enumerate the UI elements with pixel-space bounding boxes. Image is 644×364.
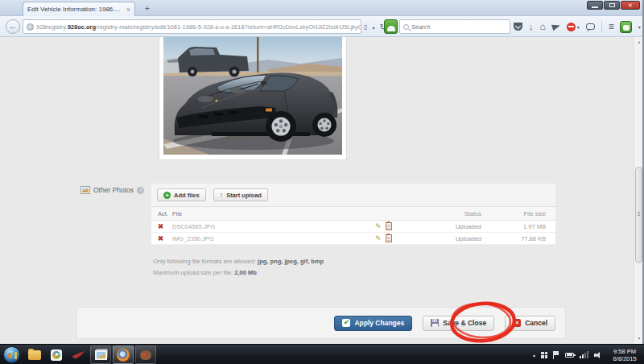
pocket-icon[interactable] <box>514 23 522 31</box>
copy-icon[interactable] <box>386 234 392 242</box>
url-bar-icons: ▯ ▾ ↻ <box>364 21 386 34</box>
toolbar-separator <box>601 21 602 32</box>
system-tray: ▴ 9:58 PM 6/8/2015 <box>533 345 642 364</box>
taskbar-media-player-button[interactable] <box>46 345 67 364</box>
formats-note: Only following file formats are allowed:… <box>153 258 324 265</box>
url-bar[interactable]: 928registry.928oc.org/registry-main/regi… <box>23 19 361 34</box>
desktop-screen: Edit Vehicle Information: 1986.... × + ✕… <box>0 0 644 364</box>
edit-icon[interactable]: ✎ <box>375 222 382 230</box>
file-size: 77.88 KB <box>481 235 546 242</box>
file-name: DSC04565.JPG <box>172 223 375 230</box>
help-icon[interactable]: ? <box>137 187 144 194</box>
delete-file-icon[interactable]: ✖ <box>158 234 163 242</box>
back-button[interactable]: ← <box>6 19 20 34</box>
header-status: Status <box>452 210 481 217</box>
start-upload-label: Start upload <box>226 192 262 199</box>
addon-caret-icon[interactable]: ▾ <box>638 24 641 30</box>
vehicle-photo <box>163 37 342 155</box>
paint-icon <box>140 350 151 360</box>
photo-viewer-icon <box>95 350 107 360</box>
close-button[interactable]: ✕ <box>621 1 640 10</box>
search-icon <box>403 24 409 30</box>
add-files-button[interactable]: + Add files <box>157 188 206 201</box>
media-player-icon <box>51 350 62 361</box>
file-status: Uploaded <box>452 235 481 242</box>
taskbar: ▴ 9:58 PM 6/8/2015 <box>0 344 644 364</box>
taskbar-photo-viewer-button[interactable] <box>90 345 111 364</box>
downloads-icon[interactable]: ↓ <box>529 20 534 33</box>
site-globe-icon <box>27 23 34 31</box>
scrollbar-thumb[interactable] <box>635 167 642 263</box>
edit-icon[interactable]: ✎ <box>375 234 382 242</box>
tray-network-icon[interactable] <box>580 351 588 358</box>
clock-date: 6/8/2015 <box>608 355 642 362</box>
copy-icon[interactable] <box>386 222 392 230</box>
minimize-icon <box>592 6 598 8</box>
main-photo-frame <box>159 37 347 160</box>
uploader-footer <box>151 245 555 256</box>
adblock-stop-icon <box>567 23 576 31</box>
menu-icon[interactable]: ≡ <box>609 21 613 32</box>
chat-icon[interactable] <box>586 23 595 30</box>
tray-windows-icon[interactable] <box>541 352 547 358</box>
new-tab-button[interactable]: + <box>140 4 155 14</box>
max-size-value: 2,00 Mb <box>234 269 257 276</box>
file-row: ✖ IMG_2350.JPG ✎ Uploaded 77.88 KB <box>151 233 555 245</box>
header-file: File <box>172 210 375 217</box>
save-close-label: Save & Close <box>443 319 486 327</box>
cancel-label: Cancel <box>525 319 547 327</box>
browser-tab-strip: Edit Vehicle Information: 1986.... × + ✕ <box>0 0 644 16</box>
taskbar-explorer-button[interactable] <box>24 345 45 364</box>
toolbar-icons: ↓ ⌂ ▾ ≡ ▾ <box>514 20 641 33</box>
max-size-note: Maximum upload size per file: 2,00 Mb <box>153 269 257 276</box>
add-files-label: Add files <box>174 192 200 199</box>
rog-icon <box>72 351 85 359</box>
file-table-header: Act. File Status File size <box>151 206 555 221</box>
tray-battery-icon[interactable] <box>565 353 574 358</box>
tab-title: Edit Vehicle Information: 1986.... <box>27 6 123 13</box>
firefox-icon <box>117 349 130 362</box>
folder-icon <box>28 350 41 360</box>
reader-mode-icon[interactable]: ▯ <box>364 21 367 34</box>
save-close-button[interactable]: Save & Close <box>423 316 494 331</box>
cancel-x-icon: × <box>513 319 521 327</box>
file-size: 1.97 MB <box>481 223 546 230</box>
upload-arrow-icon: ↑ <box>220 192 224 199</box>
browser-tab[interactable]: Edit Vehicle Information: 1986.... × <box>23 2 135 16</box>
start-button[interactable] <box>3 346 20 363</box>
addon-menu-icon[interactable] <box>620 21 632 33</box>
photos-icon <box>80 186 90 194</box>
adblock-icon[interactable]: ▾ <box>567 23 580 31</box>
apply-changes-button[interactable]: ✔ Apply Changes <box>334 316 412 331</box>
taskbar-rog-button[interactable] <box>68 345 89 364</box>
bookmark-dropdown-icon[interactable]: ▾ <box>372 25 374 31</box>
window-controls: ✕ <box>587 1 640 10</box>
search-box[interactable] <box>399 19 510 34</box>
url-text: 928registry.928oc.org/registry-main/regi… <box>36 23 361 31</box>
start-upload-button[interactable]: ↑ Start upload <box>213 188 268 201</box>
tab-close-icon[interactable]: × <box>126 6 130 13</box>
header-size: File size <box>481 210 546 217</box>
home-icon[interactable]: ⌂ <box>540 20 546 33</box>
add-icon: + <box>163 192 171 199</box>
share-icon[interactable] <box>551 23 561 31</box>
uploader-toolbar: + Add files ↑ Start upload <box>151 184 555 206</box>
formats-list: jpg, png, jpeg, gif, bmp <box>258 258 324 265</box>
apply-changes-label: Apply Changes <box>354 319 404 327</box>
addon-icon[interactable] <box>384 19 398 34</box>
tray-clock[interactable]: 9:58 PM 6/8/2015 <box>608 348 642 362</box>
cancel-button[interactable]: × Cancel <box>505 316 555 331</box>
tray-speaker-icon[interactable] <box>594 351 602 358</box>
taskbar-firefox-button[interactable] <box>113 345 134 364</box>
adblock-caret-icon: ▾ <box>577 24 580 30</box>
tray-expand-icon[interactable]: ▴ <box>533 352 535 358</box>
maximize-button[interactable] <box>604 1 620 10</box>
search-input[interactable] <box>411 23 506 31</box>
delete-file-icon[interactable]: ✖ <box>158 222 163 230</box>
check-icon: ✔ <box>342 319 350 327</box>
maximize-icon <box>609 3 615 7</box>
tray-flag-icon[interactable] <box>553 351 559 359</box>
minimize-button[interactable] <box>587 1 603 10</box>
taskbar-paint-button[interactable] <box>135 345 156 364</box>
header-act: Act. <box>151 210 172 217</box>
